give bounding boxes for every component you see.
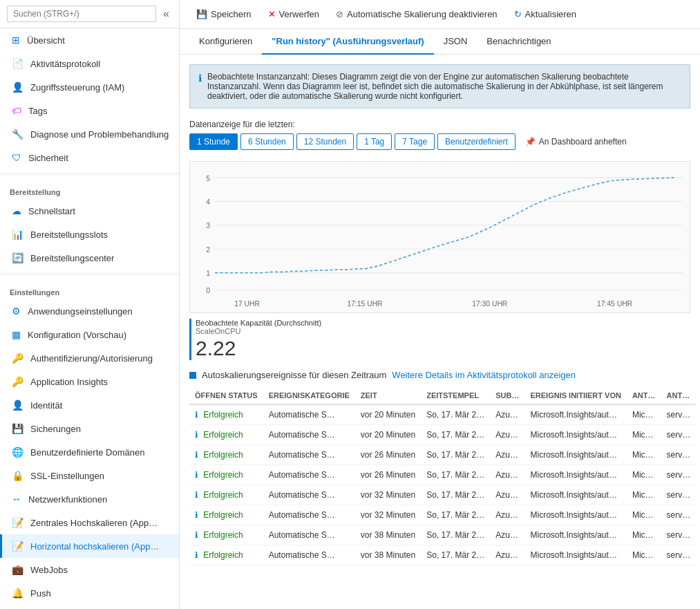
sidebar-item-app-settings[interactable]: ⚙ Anwendungseinstellungen (0, 299, 179, 323)
discard-button[interactable]: ✕ Verwerfen (261, 6, 327, 23)
cell-ant1: Mic… (627, 445, 661, 465)
status-info-icon: ℹ (195, 550, 198, 560)
sidebar-item-scale-up[interactable]: 📝 Zentrales Hochskalieren (App… (0, 511, 179, 534)
sidebar-item-label: Zugriffssteuerung (IAM) (30, 82, 124, 93)
tab-notifications[interactable]: Benachrichtigen (477, 29, 560, 55)
globe-icon: 🌐 (12, 447, 23, 458)
save-icon: 💾 (196, 9, 207, 19)
sidebar-item-push[interactable]: 🔔 Push (0, 581, 179, 605)
sidebar-item-label: Konfiguration (Vorschau) (28, 330, 126, 340)
events-header: Autoskalierungsereignisse für diesen Zei… (189, 370, 690, 380)
sidebar-item-backups[interactable]: 💾 Sicherungen (0, 417, 179, 440)
sidebar-item-tags[interactable]: 🏷 Tags (0, 99, 179, 122)
sidebar-item-network[interactable]: ↔ Netzwerkfunktionen (0, 487, 179, 511)
events-title: Autoskalierungsereignisse für diesen Zei… (202, 370, 386, 380)
cell-status: ℹ Erfolgreich (189, 425, 263, 445)
col-ant1: ANT… (627, 387, 661, 404)
col-sub: SUB… (490, 387, 524, 404)
svg-text:0: 0 (206, 286, 210, 295)
table-row[interactable]: ℹ Erfolgreich Automatische S… vor 26 Min… (189, 445, 696, 465)
sidebar-item-diagnose[interactable]: 🔧 Diagnose und Problembehandlung (0, 122, 179, 146)
search-input[interactable] (7, 6, 156, 22)
table-row[interactable]: ℹ Erfolgreich Automatische S… vor 32 Min… (189, 505, 696, 525)
sidebar-item-identity[interactable]: 👤 Identität (0, 393, 179, 417)
table-row[interactable]: ℹ Erfolgreich Automatische S… vor 26 Min… (189, 465, 696, 485)
autoscale-disable-button[interactable]: ⊘ Automatische Skalierung deaktivieren (329, 6, 504, 23)
sidebar-item-label: Anwendungseinstellungen (28, 306, 133, 317)
sidebar-item-deployment-center[interactable]: 🔄 Bereitstellungscenter (0, 246, 179, 270)
sidebar-item-overview[interactable]: ⊞ Übersicht (0, 28, 179, 52)
sidebar-item-label: Push (30, 588, 51, 599)
save-button[interactable]: 💾 Speichern (189, 6, 258, 23)
cloud-icon: ☁ (12, 205, 21, 216)
time-btn-12h[interactable]: 12 Stunden (296, 133, 354, 150)
wrench-icon: 🔧 (12, 129, 23, 140)
sidebar-item-label: Bereitstellungscenter (30, 253, 114, 263)
events-link[interactable]: Weitere Details im Aktivitätsprotokoll a… (392, 370, 576, 380)
sidebar-item-quickstart[interactable]: ☁ Schnellstart (0, 199, 179, 223)
cell-ant2: serv… (661, 525, 697, 545)
sidebar-item-label: Übersicht (27, 35, 65, 46)
table-row[interactable]: ℹ Erfolgreich Automatische S… vor 20 Min… (189, 425, 696, 445)
backup-icon: 💾 (12, 423, 23, 434)
table-row[interactable]: ℹ Erfolgreich Automatische S… vor 38 Min… (189, 545, 696, 565)
status-text: Erfolgreich (203, 470, 243, 480)
svg-text:3: 3 (206, 221, 210, 230)
cell-initiator: Microsoft.Insights/autoscale… (524, 545, 626, 565)
table-row[interactable]: ℹ Erfolgreich Automatische S… vor 38 Min… (189, 525, 696, 545)
sidebar-item-mysql[interactable]: 🐬 MySQL In App (0, 605, 179, 609)
time-btn-custom[interactable]: Benutzerdefiniert (437, 133, 515, 150)
sidebar-item-configuration[interactable]: ▦ Konfiguration (Vorschau) (0, 323, 179, 346)
sidebar-collapse-button[interactable]: « (160, 8, 172, 20)
sidebar-item-auth[interactable]: 🔑 Authentifizierung/Autorisierung (0, 346, 179, 370)
status-info-icon: ℹ (195, 470, 198, 480)
sidebar-item-deployment-slots[interactable]: 📊 Bereitstellungsslots (0, 223, 179, 246)
table-row[interactable]: ℹ Erfolgreich Automatische S… vor 20 Min… (189, 404, 696, 425)
sidebar-item-custom-domains[interactable]: 🌐 Benutzerdefinierte Domänen (0, 440, 179, 464)
webjob-icon: 💼 (12, 564, 23, 575)
table-row[interactable]: ℹ Erfolgreich Automatische S… vor 32 Min… (189, 485, 696, 505)
scale-icon: 📝 (12, 517, 23, 528)
refresh-button[interactable]: ↻ Aktualisieren (507, 6, 583, 23)
cell-ant2: serv… (661, 465, 697, 485)
main-content: 💾 Speichern ✕ Verwerfen ⊘ Automatische S… (180, 0, 700, 609)
time-btn-1h[interactable]: 1 Stunde (189, 133, 238, 150)
push-icon: 🔔 (12, 588, 23, 599)
dashboard-button[interactable]: 📌 An Dashboard anheften (518, 134, 634, 149)
cell-status: ℹ Erfolgreich (189, 465, 263, 485)
cell-time: vor 20 Minuten (355, 425, 421, 445)
sidebar-item-scale-out[interactable]: 📝 Horizontal hochskalieren (App… (0, 534, 179, 558)
pin-icon: 📌 (525, 137, 536, 147)
time-btn-7d[interactable]: 7 Tage (395, 133, 435, 150)
cell-timestamp: So, 17. Mär 2… (421, 505, 490, 525)
cell-category: Automatische S… (263, 485, 355, 505)
content-area: ℹ Beobachtete Instanzanzahl: Dieses Diag… (180, 55, 700, 609)
tab-configure[interactable]: Konfigurieren (189, 29, 262, 55)
sidebar-item-webjobs[interactable]: 💼 WebJobs (0, 558, 179, 581)
network-icon: ↔ (12, 494, 21, 505)
sidebar-item-label: Authentifizierung/Autorisierung (30, 353, 153, 364)
sidebar-item-app-insights[interactable]: 🔑 Application Insights (0, 370, 179, 393)
time-btn-6h[interactable]: 6 Stunden (240, 133, 294, 150)
sidebar-item-label: WebJobs (30, 565, 68, 575)
person2-icon: 👤 (12, 400, 23, 411)
sidebar-item-iam[interactable]: 👤 Zugriffssteuerung (IAM) (0, 75, 179, 99)
status-text: Erfolgreich (203, 430, 243, 440)
tab-run-history[interactable]: "Run history" (Ausführungsverlauf) (262, 29, 433, 55)
cell-sub: Azu… (490, 545, 524, 565)
time-btn-1d[interactable]: 1 Tag (357, 133, 392, 150)
cell-time: vor 32 Minuten (355, 505, 421, 525)
sidebar-item-security[interactable]: 🛡 Sicherheit (0, 146, 179, 169)
cell-timestamp: So, 17. Mär 2… (421, 545, 490, 565)
sidebar-item-ssl[interactable]: 🔒 SSL-Einstellungen (0, 464, 179, 487)
events-section: Autoskalierungsereignisse für diesen Zei… (180, 370, 700, 565)
cell-ant2: serv… (661, 445, 697, 465)
status-text: Erfolgreich (203, 490, 243, 500)
tab-json[interactable]: JSON (434, 29, 477, 55)
sidebar-item-label: Zentrales Hochskalieren (App… (30, 518, 158, 528)
cell-time: vor 20 Minuten (355, 404, 421, 425)
sidebar-item-activity-log[interactable]: 📄 Aktivitätsprotokoll (0, 52, 179, 75)
status-info-icon: ℹ (195, 510, 198, 520)
col-time: ZEIT (355, 387, 421, 404)
status-info-icon: ℹ (195, 490, 198, 500)
